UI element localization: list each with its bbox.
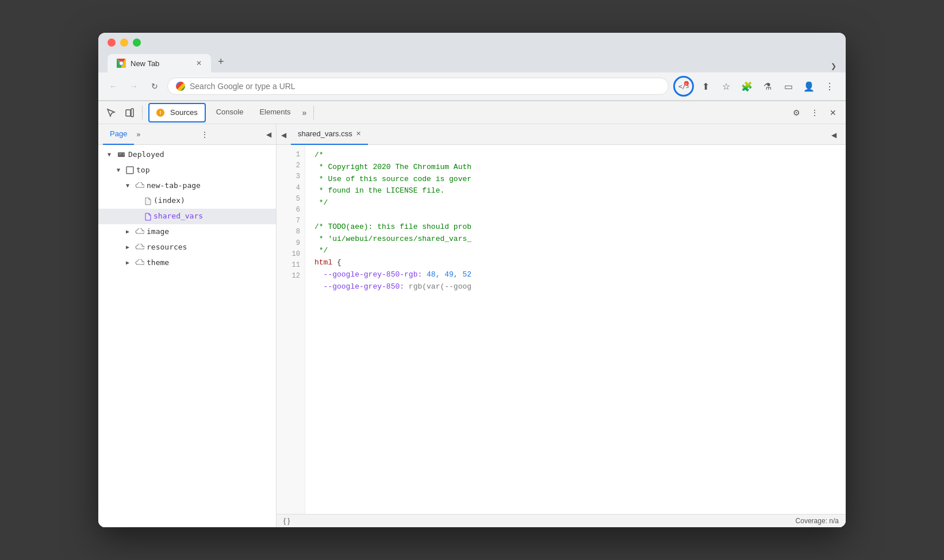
code-line-5: */	[314, 197, 836, 209]
tab-console[interactable]: Console	[209, 101, 251, 124]
line-num-9: 9	[277, 238, 305, 249]
tree-item-shared-vars[interactable]: ▶ shared_vars	[98, 209, 276, 224]
line-num-5: 5	[277, 194, 305, 205]
devtools-icon: </> ✕	[678, 81, 689, 91]
svg-point-1	[120, 62, 123, 65]
close-button[interactable]	[108, 39, 116, 47]
gear-icon: ⚙	[793, 108, 800, 117]
line-numbers: 1 2 3 4 5 6 7 8 9 10 11 12	[277, 145, 305, 514]
tree-item-top[interactable]: ▼ top	[98, 163, 276, 178]
tree-item-index[interactable]: ▶ (index)	[98, 193, 276, 209]
more-tabs-button[interactable]: »	[300, 106, 309, 120]
file-icon-index	[144, 197, 151, 205]
google-icon	[176, 82, 185, 91]
inspect-element-button[interactable]	[103, 105, 119, 121]
tab-title: New Tab	[131, 59, 159, 68]
expand-arrow-image: ▶	[126, 227, 133, 236]
menu-button[interactable]: ⋮	[820, 77, 839, 95]
cloud-icon-image	[135, 228, 144, 235]
expand-arrow-theme: ▶	[126, 258, 133, 267]
minimize-button[interactable]	[120, 39, 128, 47]
new-tab-button[interactable]: +	[213, 51, 229, 72]
profile-button[interactable]: 👤	[800, 77, 818, 95]
address-text: Search Google or type a URL	[190, 82, 296, 91]
panel-menu-button[interactable]: ⋮	[201, 130, 209, 139]
line-num-12: 12	[277, 271, 305, 282]
sources-body: Page » ⋮ ◀ ▼	[98, 124, 846, 527]
forward-button[interactable]: →	[126, 78, 142, 94]
deployed-label: Deployed	[128, 149, 164, 161]
kebab-icon: ⋮	[811, 108, 819, 117]
coverage-text: Coverage: n/a	[796, 517, 839, 525]
sidebar-button[interactable]: ▭	[779, 77, 797, 95]
code-footer: { } Coverage: n/a	[277, 514, 846, 527]
more-panel-tabs-button[interactable]: »	[134, 128, 143, 141]
labs-icon: ⚗	[763, 81, 772, 92]
code-filename: shared_vars.css	[298, 129, 352, 138]
more-options-button[interactable]: ⋮	[807, 105, 823, 121]
settings-button[interactable]: ⚙	[788, 105, 804, 121]
devtools-button[interactable]: </> ✕	[673, 76, 694, 97]
tabs-row: New Tab ✕ + ❯	[108, 51, 836, 72]
code-line-6	[314, 209, 836, 221]
format-button[interactable]: { }	[283, 517, 290, 525]
file-tree: ▼ Deployed ▼	[98, 145, 276, 527]
deployed-icon	[117, 150, 126, 159]
code-line-1: /*	[314, 149, 836, 162]
sidebar-icon: ▭	[784, 81, 793, 92]
resources-label: resources	[147, 241, 187, 254]
panel-menu-icon: ⋮	[201, 130, 209, 139]
tab-elements[interactable]: Elements	[252, 101, 297, 124]
image-label: image	[147, 226, 169, 238]
back-button[interactable]: ←	[105, 78, 121, 94]
devtools-panel: ! Sources Console Elements » ⚙ ⋮	[98, 101, 846, 527]
line-num-2: 2	[277, 160, 305, 171]
browser-window: New Tab ✕ + ❯ ← → ↻ Search Google or typ…	[98, 33, 846, 527]
code-panel: ◀ shared_vars.css ✕ ◀ 1 2 3 4	[277, 124, 846, 527]
code-header-right: ◀	[827, 129, 841, 140]
device-toggle-button[interactable]	[121, 105, 137, 121]
tree-item-deployed[interactable]: ▼ Deployed	[98, 147, 276, 163]
code-line-10: html {	[314, 257, 836, 269]
tab-close-button[interactable]: ✕	[196, 59, 202, 67]
line-num-8: 8	[277, 227, 305, 237]
tree-item-theme[interactable]: ▶ theme	[98, 255, 276, 271]
collapse-right-icon[interactable]: ◀	[827, 131, 841, 139]
close-devtools-button[interactable]: ✕	[825, 105, 841, 121]
tab-expand-button[interactable]: ❯	[831, 62, 836, 70]
line-num-4: 4	[277, 183, 305, 194]
more-tabs-icon: »	[302, 108, 307, 117]
tab-sources[interactable]: ! Sources	[148, 103, 206, 122]
tree-item-new-tab-page[interactable]: ▼ new-tab-page	[98, 178, 276, 194]
extensions-button[interactable]: 🧩	[738, 77, 756, 95]
refresh-button[interactable]: ↻	[147, 78, 163, 94]
browser-tab[interactable]: New Tab ✕	[108, 54, 211, 72]
tree-item-image[interactable]: ▶ image	[98, 224, 276, 240]
share-button[interactable]: ⬆	[696, 77, 715, 95]
back-icon: ←	[109, 82, 117, 91]
file-icon-shared-vars	[144, 213, 151, 221]
cloud-icon-theme	[135, 259, 144, 266]
panel-collapse-left-icon: ◀	[281, 131, 286, 139]
toolbar-separator-2	[313, 106, 314, 120]
address-bar[interactable]: Search Google or type a URL	[167, 78, 669, 95]
code-content[interactable]: /* * Copyright 2020 The Chromium Auth * …	[305, 145, 846, 514]
top-label: top	[136, 164, 149, 177]
elements-tab-label: Elements	[259, 108, 290, 116]
maximize-button[interactable]	[133, 39, 141, 47]
svg-rect-8	[119, 154, 121, 155]
tab-page[interactable]: Page	[103, 124, 134, 145]
bookmark-button[interactable]: ☆	[717, 77, 735, 95]
three-dots-icon: ⋮	[825, 81, 834, 92]
tree-item-resources[interactable]: ▶ resources	[98, 240, 276, 255]
code-panel-collapse-button[interactable]: ◀	[281, 129, 286, 140]
labs-button[interactable]: ⚗	[758, 77, 777, 95]
frame-icon	[126, 166, 134, 174]
traffic-lights	[108, 39, 836, 47]
code-line-7: /* TODO(aee): this file should prob	[314, 221, 836, 233]
share-icon: ⬆	[702, 81, 709, 92]
code-line-9: */	[314, 245, 836, 257]
code-tab-shared-vars[interactable]: shared_vars.css ✕	[291, 124, 368, 145]
panel-collapse-button[interactable]: ◀	[266, 131, 271, 139]
code-tab-close-button[interactable]: ✕	[356, 130, 361, 137]
